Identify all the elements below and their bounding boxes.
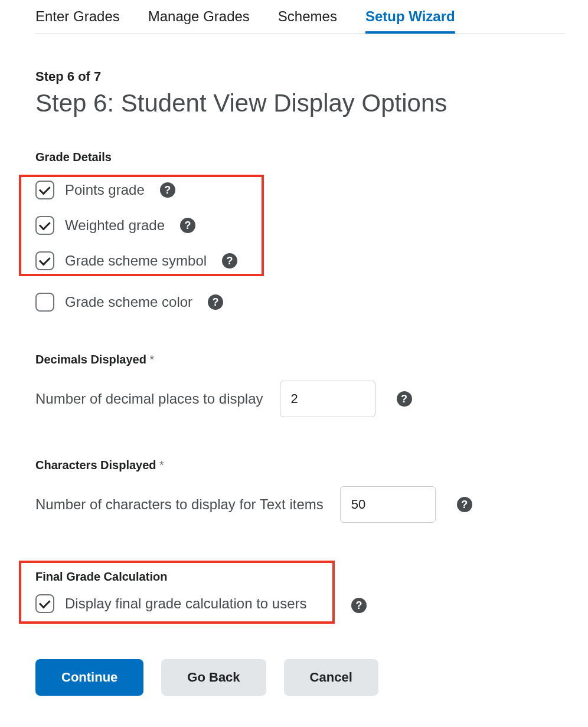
weighted-grade-row: Weighted grade ?: [35, 216, 256, 235]
grade-details-highlight: Points grade ? Weighted grade ? Grade sc…: [19, 175, 264, 276]
help-icon[interactable]: ?: [160, 182, 175, 198]
help-icon[interactable]: ?: [351, 598, 367, 613]
decimals-label: Number of decimal places to display: [35, 391, 263, 407]
help-icon[interactable]: ?: [180, 218, 195, 233]
final-grade-highlight: Final Grade Calculation Display final gr…: [19, 561, 335, 624]
grade-scheme-color-label: Grade scheme color: [65, 294, 192, 310]
points-grade-row: Points grade ?: [35, 181, 256, 199]
final-grade-label: Display final grade calculation to users: [65, 595, 307, 612]
step-title: Step 6: Student View Display Options: [35, 89, 564, 117]
weighted-grade-checkbox[interactable]: [35, 216, 54, 235]
tab-enter-grades[interactable]: Enter Grades: [35, 8, 120, 33]
tab-schemes[interactable]: Schemes: [278, 8, 337, 33]
final-grade-row: Display final grade calculation to users: [35, 594, 324, 613]
button-row: Continue Go Back Cancel: [35, 659, 564, 696]
final-grade-heading: Final Grade Calculation: [35, 570, 324, 584]
grade-scheme-color-checkbox[interactable]: [35, 293, 54, 312]
required-star: *: [159, 459, 164, 471]
decimals-input[interactable]: [280, 381, 375, 417]
decimals-row: Number of decimal places to display ?: [35, 381, 564, 417]
tab-manage-grades[interactable]: Manage Grades: [148, 8, 250, 33]
decimals-heading-text: Decimals Displayed: [35, 353, 146, 366]
characters-heading: Characters Displayed *: [35, 459, 564, 472]
decimals-heading: Decimals Displayed *: [35, 353, 564, 366]
grade-scheme-symbol-checkbox[interactable]: [35, 251, 54, 270]
go-back-button[interactable]: Go Back: [161, 659, 266, 696]
characters-row: Number of characters to display for Text…: [35, 486, 564, 523]
tab-setup-wizard[interactable]: Setup Wizard: [365, 8, 455, 33]
weighted-grade-label: Weighted grade: [65, 217, 165, 234]
help-icon[interactable]: ?: [208, 294, 223, 310]
grade-scheme-symbol-label: Grade scheme symbol: [65, 253, 207, 269]
required-star: *: [149, 353, 154, 366]
characters-input[interactable]: [340, 486, 436, 523]
points-grade-checkbox[interactable]: [35, 181, 54, 199]
points-grade-label: Points grade: [65, 182, 145, 198]
cancel-button[interactable]: Cancel: [284, 659, 378, 696]
help-icon[interactable]: ?: [222, 253, 237, 268]
help-icon[interactable]: ?: [397, 391, 412, 407]
grade-details-heading: Grade Details: [35, 150, 564, 164]
grade-scheme-color-row: Grade scheme color ?: [35, 293, 564, 312]
final-grade-checkbox[interactable]: [35, 594, 54, 613]
continue-button[interactable]: Continue: [35, 659, 143, 696]
help-icon[interactable]: ?: [457, 497, 472, 512]
tabs-bar: Enter Grades Manage Grades Schemes Setup…: [35, 8, 564, 34]
characters-label: Number of characters to display for Text…: [35, 496, 324, 513]
step-counter: Step 6 of 7: [35, 69, 564, 84]
grade-scheme-symbol-row: Grade scheme symbol ?: [35, 251, 256, 270]
characters-heading-text: Characters Displayed: [35, 459, 156, 471]
